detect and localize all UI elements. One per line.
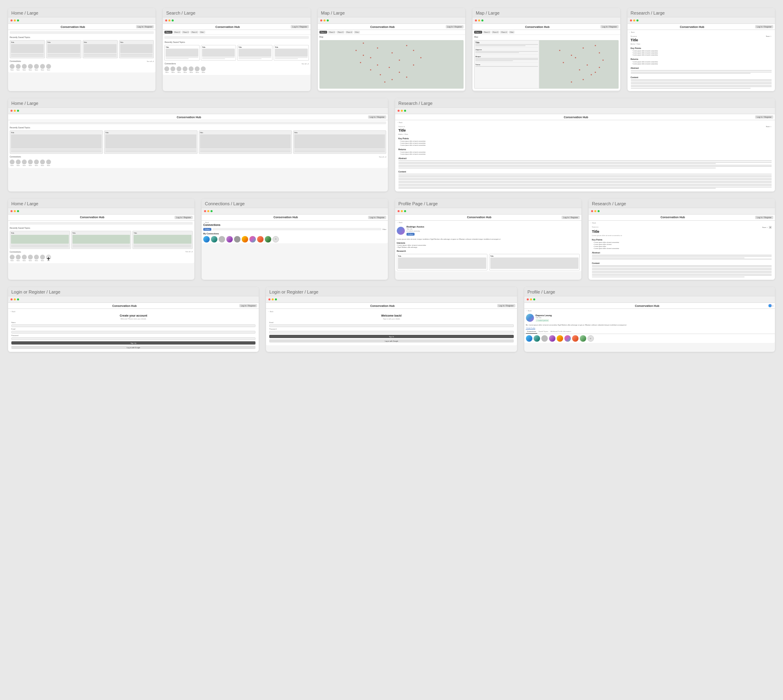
- avatar-6-4[interactable]: Name: [28, 160, 33, 166]
- topic-card-1-2[interactable]: Title: [46, 40, 81, 58]
- login-btn-6[interactable]: Log In / Register: [368, 115, 386, 119]
- login-btn-12[interactable]: Log In / Register: [239, 304, 257, 307]
- avatar-1-7[interactable]: Name: [46, 64, 51, 71]
- map-area-3[interactable]: [319, 40, 464, 89]
- avatar-1-3[interactable]: Name: [22, 64, 27, 71]
- profile-conn-1[interactable]: [526, 335, 532, 342]
- follow-btn-10[interactable]: Follow: [406, 233, 415, 236]
- avatar-1-5[interactable]: Name: [34, 64, 39, 71]
- topic-card-8-1[interactable]: Title: [10, 231, 70, 249]
- avatar-2-6[interactable]: Name: [195, 66, 200, 73]
- login-btn-4[interactable]: Log In / Register: [600, 25, 619, 28]
- r-card-1[interactable]: Title: [397, 254, 487, 270]
- see-all-6[interactable]: See all +4: [379, 156, 386, 158]
- avatar-6-2[interactable]: Name: [16, 160, 21, 166]
- filter-more[interactable]: Filter: [199, 31, 205, 34]
- avatar-8-6[interactable]: Name: [40, 255, 45, 262]
- save-btn-3[interactable]: Save ☆: [762, 226, 768, 228]
- field-name[interactable]: [11, 324, 255, 327]
- s-card-2[interactable]: Title: [201, 45, 236, 61]
- topic-card-6-2[interactable]: Title: [104, 130, 197, 154]
- tab-additional-14[interactable]: Additional Profile Information: [549, 330, 572, 334]
- tab-connections-14[interactable]: Connections: [526, 330, 537, 334]
- s-card-4[interactable]: Title: [274, 45, 309, 61]
- s-card-3[interactable]: Title: [237, 45, 272, 61]
- conn-search[interactable]: [213, 228, 382, 230]
- avatar-1-1[interactable]: Name: [10, 64, 15, 71]
- login-btn-9[interactable]: Log In / Register: [368, 216, 386, 219]
- research-back-3[interactable]: ← Back: [590, 222, 773, 224]
- topic-card-6-4[interactable]: Title: [293, 130, 386, 154]
- conn-avatar-4[interactable]: [226, 236, 233, 243]
- see-all-8[interactable]: See all +4: [185, 251, 193, 253]
- filter-map-place2[interactable]: Place 2: [328, 31, 336, 34]
- login-btn-1[interactable]: Log In / Register: [136, 25, 154, 28]
- filter-place4[interactable]: Place 4: [190, 31, 198, 34]
- topic-card-1-3[interactable]: Title: [83, 40, 118, 58]
- login-back-12[interactable]: ← Back: [10, 311, 257, 313]
- see-all-1[interactable]: See all +4: [147, 60, 154, 62]
- research-back-2[interactable]: ← Back: [397, 121, 773, 123]
- login-btn-8[interactable]: Log In / Register: [174, 216, 193, 219]
- see-all-2[interactable]: See all +4: [302, 63, 309, 65]
- login-back-13[interactable]: ← Back: [268, 311, 515, 313]
- profile-conn-4[interactable]: [549, 335, 555, 342]
- tab-saved-topics-14[interactable]: Saved Topics: [537, 330, 549, 334]
- field-password[interactable]: [11, 337, 255, 340]
- avatar-8-5[interactable]: Name: [34, 255, 39, 262]
- search-bar-6[interactable]: [10, 121, 386, 124]
- signin-btn[interactable]: Sign In: [269, 335, 513, 338]
- search-bar-1[interactable]: [10, 31, 154, 34]
- follow-btn[interactable]: Follow: [203, 228, 211, 231]
- login-btn-7[interactable]: Log In / Register: [755, 115, 773, 119]
- save-btn-2[interactable]: Save ☆: [766, 126, 772, 128]
- conn-filter-btn[interactable]: Filter: [383, 228, 386, 230]
- login-btn-3[interactable]: Log In / Register: [446, 25, 464, 28]
- edit-link-14[interactable]: ✎ Edit Profile: [524, 327, 775, 330]
- avatar-2-4[interactable]: Name: [183, 66, 187, 73]
- conn-avatar-6[interactable]: [242, 236, 248, 243]
- conn-avatar-plus[interactable]: +: [272, 236, 279, 243]
- avatar-8-4[interactable]: Name: [28, 255, 33, 262]
- avatar-2-3[interactable]: Name: [177, 66, 181, 73]
- conn-avatar-2[interactable]: [211, 236, 217, 243]
- login-btn-10[interactable]: Log In / Register: [562, 216, 580, 219]
- profile-conn-5[interactable]: [557, 335, 563, 342]
- conn-avatar-3[interactable]: [219, 236, 225, 243]
- share-btn-3[interactable]: ⊕: [769, 226, 772, 229]
- field-password-13[interactable]: [269, 331, 513, 334]
- r-card-2[interactable]: Title: [489, 254, 580, 270]
- profile-page-back[interactable]: ← Back: [395, 221, 581, 224]
- research-back-1[interactable]: ← Back: [629, 31, 773, 33]
- s-card-1[interactable]: Title: [164, 45, 200, 61]
- avatar-1-4[interactable]: Name: [28, 64, 33, 71]
- conn-avatar-5[interactable]: [234, 236, 240, 243]
- avatar-1-2[interactable]: Name: [16, 64, 21, 71]
- search-bar-2[interactable]: [164, 36, 309, 39]
- login-btn-11[interactable]: Log In / Register: [755, 216, 773, 219]
- avatar-8-1[interactable]: Name: [10, 255, 15, 262]
- edit-profile-link[interactable]: ✎ Edit Profile: [526, 327, 773, 329]
- login-btn-2[interactable]: Log In / Register: [291, 25, 309, 28]
- conn-avatar-7[interactable]: [249, 236, 256, 243]
- avatar-2-7[interactable]: Name: [201, 66, 206, 73]
- profile-conn-3[interactable]: [541, 335, 548, 342]
- conn-avatar-8[interactable]: [257, 236, 264, 243]
- login-btn-5[interactable]: Log In / Register: [755, 25, 773, 28]
- login-btn-13[interactable]: Log In / Register: [497, 304, 515, 307]
- profile-conn-7[interactable]: [572, 335, 579, 342]
- topic-card-8-3[interactable]: Title: [132, 231, 193, 249]
- filter-panel-place3[interactable]: Place 3: [492, 31, 499, 34]
- signup-btn[interactable]: Sign Up: [11, 341, 255, 345]
- profile-conn-8[interactable]: [580, 335, 586, 342]
- avatar-8-7[interactable]: + Add: [46, 255, 51, 262]
- avatar-2-2[interactable]: Name: [170, 66, 175, 73]
- filter-map-place3[interactable]: Place 3: [336, 31, 344, 34]
- field-email[interactable]: [11, 331, 255, 334]
- avatar-8-2[interactable]: Name: [16, 255, 21, 262]
- google-btn-13[interactable]: Log in with Google: [269, 339, 513, 343]
- filter-panel-place1[interactable]: Place 1: [474, 31, 482, 34]
- globe-icon-14[interactable]: 🌐: [768, 304, 772, 307]
- avatar-6-1[interactable]: Name: [10, 160, 15, 166]
- profile-conn-plus[interactable]: +: [587, 335, 594, 342]
